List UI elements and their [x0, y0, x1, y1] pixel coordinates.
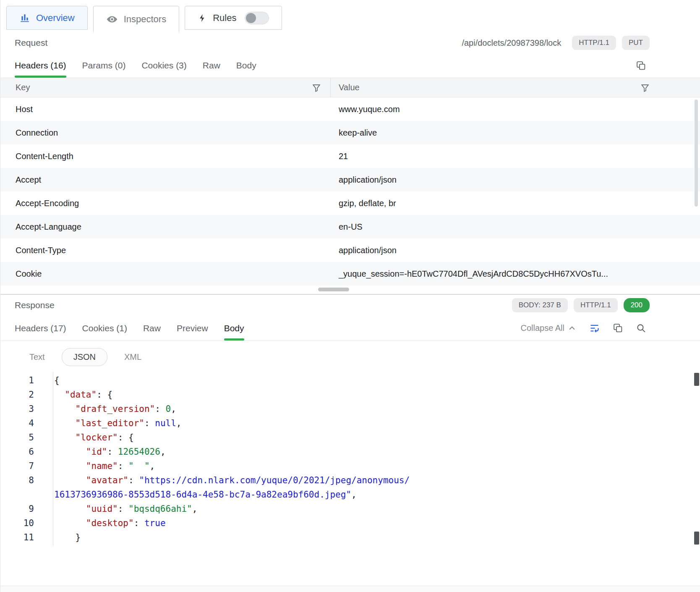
value-column-header: Value [339, 83, 360, 92]
collapse-all-label: Collapse All [520, 323, 564, 333]
header-row-connection[interactable]: Connectionkeep-alive [0, 121, 700, 144]
tab-overview[interactable]: Overview [6, 6, 88, 30]
response-protocol-badge: HTTP/1.1 [574, 298, 618, 312]
rules-toggle[interactable] [245, 12, 269, 24]
header-row-host[interactable]: Hostwww.yuque.com [0, 97, 700, 121]
header-value: gzip, deflate, br [331, 191, 700, 215]
request-tab-params-0[interactable]: Params (0) [82, 53, 126, 78]
code-line: 7 "name": " ", [0, 459, 700, 473]
request-tab-headers-16[interactable]: Headers (16) [15, 53, 66, 78]
line-number [0, 487, 53, 502]
network-inspector-window: Overview Inspectors Rules Request /api/d… [0, 0, 700, 592]
code-line: 2 "data": { [0, 388, 700, 402]
page-horizontal-scrollbar[interactable] [0, 586, 700, 592]
header-row-content-type[interactable]: Content-Typeapplication/json [0, 238, 700, 262]
eye-icon [106, 13, 118, 25]
code-line: 1613736936986-8553d518-6d4a-4e58-bc7a-9a… [0, 487, 700, 502]
code-text: "last_editor": null, [53, 416, 181, 430]
funnel-icon[interactable] [312, 83, 321, 92]
line-number: 1 [0, 373, 53, 388]
code-text: 1613736936986-8553d518-6d4a-4e58-bc7a-9a… [53, 487, 357, 502]
code-line: 11 } [0, 530, 700, 545]
horizontal-scrollbar[interactable] [0, 286, 700, 294]
code-line: 8 "avatar": "https://cdn.nlark.com/yuque… [0, 473, 700, 487]
response-header-bar: Response BODY: 237 B HTTP/1.1 200 [0, 295, 700, 316]
table-header-row: Key Value [0, 78, 700, 97]
scrollbar-thumb[interactable] [318, 288, 349, 291]
bar-chart-icon [19, 13, 30, 24]
code-text: "locker": { [53, 430, 134, 445]
main-tabbar: Overview Inspectors Rules [0, 0, 700, 32]
copy-icon[interactable] [636, 60, 646, 71]
copy-icon[interactable] [613, 323, 623, 333]
code-line: 4 "last_editor": null, [0, 416, 700, 430]
header-value: _yuque_session=-hE0TwC7704Dfl_AVesjArdCD… [331, 262, 700, 286]
code-line: 6 "id": 12654026, [0, 445, 700, 459]
code-text: { [53, 373, 60, 388]
chevron-up-icon [568, 324, 576, 333]
header-value: www.yuque.com [331, 97, 700, 121]
tab-overview-label: Overview [36, 13, 75, 24]
code-text: "uuid": "bqsdq66ahi", [53, 502, 197, 516]
response-body-size-badge: BODY: 237 B [512, 298, 568, 312]
request-headers-rows: Hostwww.yuque.comConnectionkeep-aliveCon… [0, 97, 700, 286]
line-number: 6 [0, 445, 53, 459]
request-tabs-bar: Headers (16)Params (0)Cookies (3)RawBody [0, 53, 700, 78]
code-lines: 1{2 "data": {3 "draft_version": 0,4 "las… [0, 373, 700, 545]
response-tab-headers-17[interactable]: Headers (17) [15, 316, 66, 341]
request-protocol-badge: HTTP/1.1 [572, 36, 616, 50]
request-header-bar: Request /api/doclets/20987398/lock HTTP/… [0, 32, 700, 53]
code-line: 10 "desktop": true [0, 516, 700, 530]
header-value: application/json [331, 238, 700, 262]
tab-inspectors-label: Inspectors [124, 14, 167, 25]
format-tab-xml[interactable]: XML [118, 348, 147, 366]
tab-inspectors[interactable]: Inspectors [93, 6, 180, 32]
response-panel: Response BODY: 237 B HTTP/1.1 200 Header… [0, 295, 700, 546]
request-tab-cookies-3[interactable]: Cookies (3) [141, 53, 186, 78]
response-tab-preview[interactable]: Preview [177, 316, 208, 341]
header-row-content-length[interactable]: Content-Length21 [0, 144, 700, 168]
line-number: 7 [0, 459, 53, 473]
format-tab-text[interactable]: Text [24, 348, 51, 366]
header-value: application/json [331, 168, 700, 191]
tab-rules[interactable]: Rules [185, 6, 282, 30]
vertical-scrollbar[interactable] [694, 532, 699, 545]
response-tab-body[interactable]: Body [224, 316, 244, 341]
request-tab-body[interactable]: Body [236, 53, 256, 78]
header-row-accept-encoding[interactable]: Accept-Encodinggzip, deflate, br [0, 191, 700, 215]
request-panel: Request /api/doclets/20987398/lock HTTP/… [0, 32, 700, 294]
header-row-accept-language[interactable]: Accept-Languageen-US [0, 215, 700, 238]
format-tab-json[interactable]: JSON [62, 348, 107, 366]
vertical-scrollbar[interactable] [695, 100, 698, 207]
funnel-icon[interactable] [640, 83, 650, 92]
header-key: Accept [0, 168, 331, 191]
code-text: } [53, 530, 81, 545]
request-tab-raw[interactable]: Raw [203, 53, 220, 78]
toggle-knob [246, 13, 256, 23]
header-row-accept[interactable]: Acceptapplication/json [0, 168, 700, 191]
code-line: 1{ [0, 373, 700, 388]
tab-rules-label: Rules [213, 13, 236, 24]
code-text: "name": " ", [53, 459, 155, 473]
response-tab-raw[interactable]: Raw [143, 316, 161, 341]
header-value: en-US [331, 215, 700, 238]
response-tabs-bar: Headers (17)Cookies (1)RawPreviewBody Co… [0, 316, 700, 341]
json-body-viewer: 1{2 "data": {3 "draft_version": 0,4 "las… [0, 372, 700, 546]
header-value: 21 [331, 144, 700, 168]
header-row-cookie[interactable]: Cookie_yuque_session=-hE0TwC7704Dfl_AVes… [0, 262, 700, 286]
code-line: 9 "uuid": "bqsdq66ahi", [0, 502, 700, 516]
line-number: 2 [0, 388, 53, 402]
body-format-tabs: TextJSONXML [0, 341, 700, 372]
magnifier-icon[interactable] [636, 323, 646, 333]
line-number: 10 [0, 516, 53, 530]
code-line: 3 "draft_version": 0, [0, 402, 700, 416]
response-tab-cookies-1[interactable]: Cookies (1) [82, 316, 127, 341]
line-number: 11 [0, 530, 53, 545]
line-number: 9 [0, 502, 53, 516]
wrap-lines-icon[interactable] [589, 322, 600, 334]
header-key: Content-Type [0, 238, 331, 262]
vertical-scrollbar[interactable] [694, 373, 699, 386]
key-column-header: Key [16, 83, 30, 92]
collapse-all-button[interactable]: Collapse All [520, 323, 576, 333]
request-headers-table: Key Value Hostwww.yuque.comConnectionkee… [0, 78, 700, 286]
